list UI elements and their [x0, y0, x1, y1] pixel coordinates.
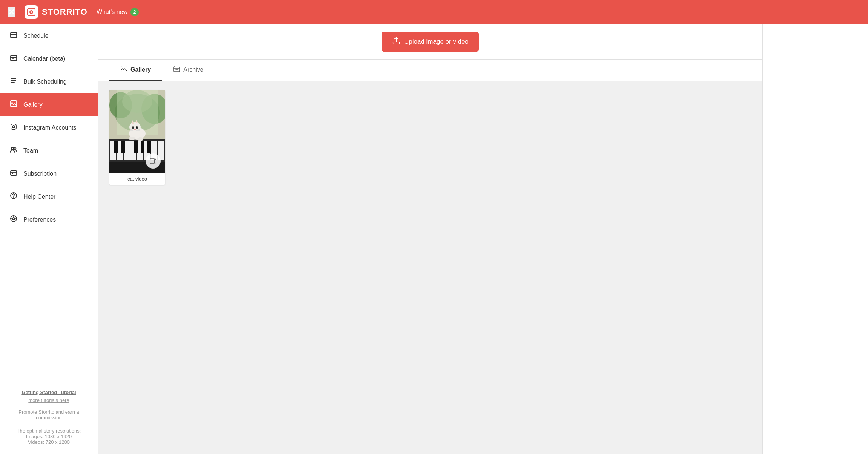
gallery-icon	[9, 100, 18, 109]
svg-point-51	[136, 127, 138, 128]
svg-rect-15	[12, 173, 13, 174]
resolution-images: Images: 1080 x 1920	[8, 434, 90, 439]
svg-rect-39	[134, 141, 138, 153]
svg-rect-3	[11, 32, 17, 38]
media-card-cat-video[interactable]: cat video	[109, 90, 165, 185]
tutorial-link[interactable]: Getting Started Tutorial	[21, 390, 76, 395]
svg-rect-14	[11, 171, 17, 175]
svg-point-8	[12, 102, 13, 103]
svg-rect-21	[175, 66, 179, 67]
app-name: STORRITO	[42, 7, 87, 17]
media-thumbnail	[109, 90, 165, 173]
svg-point-12	[11, 147, 14, 150]
svg-point-11	[15, 125, 16, 126]
gallery-area: cat video	[98, 81, 762, 454]
promote-text: Promote Storrito and earn a commission	[18, 409, 79, 420]
instagram-accounts-label: Instagram Accounts	[23, 124, 77, 131]
svg-point-10	[12, 126, 15, 128]
calendar-label: Calendar (beta)	[23, 55, 65, 62]
upload-bar: Upload image or video	[98, 24, 762, 60]
media-label: cat video	[109, 173, 165, 185]
upload-button-label: Upload image or video	[404, 38, 468, 46]
svg-rect-41	[147, 141, 151, 153]
whats-new-label: What's new	[97, 9, 127, 15]
svg-point-18	[12, 218, 15, 220]
close-button[interactable]: ✕	[8, 7, 15, 17]
sidebar-item-bulk-scheduling[interactable]: Bulk Scheduling	[0, 70, 98, 93]
svg-point-5	[12, 58, 13, 59]
nav-items: ScheduleCalendar (beta)Bulk SchedulingGa…	[0, 24, 98, 231]
archive-tab-icon	[173, 66, 180, 74]
gallery-tab-icon	[121, 66, 127, 74]
bulk-scheduling-icon	[9, 77, 18, 86]
help-center-icon	[9, 192, 18, 201]
bulk-scheduling-label: Bulk Scheduling	[23, 78, 67, 85]
resolution-videos: Videos: 720 x 1280	[8, 439, 90, 445]
right-panel	[762, 24, 868, 454]
gallery-label: Gallery	[23, 101, 43, 108]
sidebar-item-schedule[interactable]: Schedule	[0, 24, 98, 47]
tab-gallery[interactable]: Gallery	[109, 60, 162, 81]
whats-new-badge: 2	[130, 8, 139, 16]
subscription-icon	[9, 169, 18, 178]
svg-point-6	[13, 58, 14, 59]
svg-point-49	[133, 127, 134, 128]
logo-area: STORRITO	[25, 5, 87, 19]
sidebar: ScheduleCalendar (beta)Bulk SchedulingGa…	[0, 24, 98, 454]
svg-rect-38	[121, 141, 125, 153]
tab-archive[interactable]: Archive	[162, 60, 215, 81]
help-center-label: Help Center	[23, 193, 55, 200]
svg-rect-37	[114, 141, 118, 153]
sidebar-item-preferences[interactable]: Preferences	[0, 208, 98, 231]
archive-tab-label: Archive	[183, 66, 203, 73]
gallery-tab-label: Gallery	[130, 66, 151, 73]
schedule-icon	[9, 31, 18, 40]
whats-new-button[interactable]: What's new 2	[97, 8, 139, 16]
svg-point-52	[134, 129, 136, 130]
sidebar-item-calendar[interactable]: Calendar (beta)	[0, 47, 98, 70]
video-icon	[146, 153, 161, 169]
upload-button[interactable]: Upload image or video	[382, 32, 479, 52]
logo-icon	[25, 5, 38, 19]
app-header: ✕ STORRITO What's new 2	[0, 0, 868, 24]
svg-point-13	[14, 148, 16, 150]
svg-point-57	[129, 137, 135, 140]
sidebar-item-instagram-accounts[interactable]: Instagram Accounts	[0, 116, 98, 139]
svg-rect-60	[150, 158, 154, 164]
schedule-label: Schedule	[23, 32, 49, 39]
upload-icon	[392, 37, 400, 46]
sidebar-footer: Getting Started Tutorial more tutorials …	[0, 380, 98, 454]
subscription-label: Subscription	[23, 170, 57, 177]
svg-rect-20	[174, 67, 180, 72]
sidebar-item-gallery[interactable]: Gallery	[0, 93, 98, 116]
preferences-label: Preferences	[23, 216, 56, 223]
resolution-title: The optimal story resolutions:	[8, 428, 90, 434]
preferences-icon	[9, 215, 18, 224]
svg-rect-40	[141, 141, 144, 153]
team-label: Team	[23, 147, 38, 154]
team-icon	[9, 146, 18, 155]
more-tutorials-link[interactable]: more tutorials here	[28, 397, 69, 403]
svg-rect-4	[11, 55, 17, 61]
sidebar-item-help-center[interactable]: Help Center	[0, 185, 98, 208]
main-content: Upload image or video GalleryArchive	[98, 24, 762, 454]
svg-point-58	[137, 137, 143, 141]
tabs-bar: GalleryArchive	[98, 60, 762, 81]
calendar-icon	[9, 54, 18, 63]
sidebar-item-subscription[interactable]: Subscription	[0, 162, 98, 185]
svg-point-17	[13, 197, 14, 198]
instagram-accounts-icon	[9, 123, 18, 132]
main-layout: ScheduleCalendar (beta)Bulk SchedulingGa…	[0, 24, 868, 454]
sidebar-item-team[interactable]: Team	[0, 139, 98, 162]
svg-point-2	[31, 11, 32, 13]
